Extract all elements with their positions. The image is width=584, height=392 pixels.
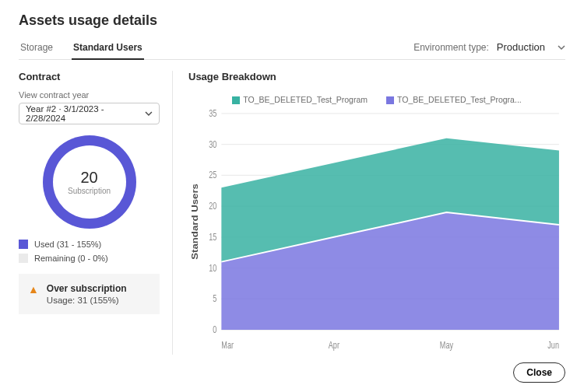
subscription-count: 20 [80, 169, 97, 187]
close-button[interactable]: Close [513, 362, 565, 383]
svg-text:15: 15 [209, 232, 216, 243]
series-b-label: TO_BE_DELETED_Test_Progra... [397, 95, 522, 104]
svg-text:5: 5 [213, 293, 216, 304]
svg-text:20: 20 [209, 201, 216, 212]
alert-title: Over subscription [47, 283, 127, 294]
contract-heading: Contract [19, 71, 160, 82]
svg-text:25: 25 [209, 170, 216, 180]
environment-type[interactable]: Environment type: Production [161, 41, 565, 59]
tab-standard-users[interactable]: Standard Users [72, 42, 144, 59]
warning-icon: ▲ [28, 284, 39, 305]
environment-type-value: Production [497, 41, 545, 53]
chevron-down-icon [145, 110, 153, 117]
remaining-swatch [19, 254, 28, 263]
over-subscription-alert: ▲ Over subscription Usage: 31 (155%) [19, 274, 160, 314]
usage-breakdown-panel: Usage Breakdown TO_BE_DELETED_Test_Progr… [188, 71, 565, 355]
subscription-label: Subscription [68, 187, 111, 195]
environment-type-label: Environment type: [413, 42, 489, 53]
svg-text:May: May [440, 340, 454, 351]
alert-detail: Usage: 31 (155%) [47, 296, 127, 305]
svg-text:10: 10 [209, 262, 216, 273]
breakdown-heading: Usage Breakdown [188, 71, 565, 82]
subscription-donut: 20 Subscription [43, 135, 136, 229]
svg-text:Apr: Apr [329, 340, 340, 351]
usage-chart: 05101520253035MarAprMayJunStandard Users [188, 107, 565, 355]
svg-text:Standard Users: Standard Users [191, 184, 199, 260]
remaining-label: Remaining (0 - 0%) [34, 254, 108, 263]
svg-text:0: 0 [213, 324, 216, 335]
contract-panel: Contract View contract year Year #2 · 3/… [19, 71, 173, 355]
svg-text:Mar: Mar [221, 340, 234, 351]
page-title: Assets usage details [19, 12, 565, 29]
svg-text:35: 35 [209, 108, 216, 119]
svg-text:30: 30 [209, 139, 216, 150]
contract-year-value: Year #2 · 3/1/2023 - 2/28/2024 [26, 104, 145, 123]
series-a-label: TO_BE_DELETED_Test_Program [243, 95, 368, 104]
contract-year-label: View contract year [19, 90, 160, 100]
contract-year-select[interactable]: Year #2 · 3/1/2023 - 2/28/2024 [19, 103, 160, 124]
legend-series-a: TO_BE_DELETED_Test_Program [232, 95, 368, 104]
tabs: Storage Standard Users Environment type:… [19, 37, 565, 60]
chart-legend: TO_BE_DELETED_Test_Program TO_BE_DELETED… [188, 95, 565, 104]
chevron-down-icon [558, 44, 565, 51]
legend-remaining: Remaining (0 - 0%) [19, 254, 160, 263]
series-a-swatch [232, 96, 240, 104]
used-swatch [19, 240, 28, 249]
series-b-swatch [386, 96, 394, 104]
legend-series-b: TO_BE_DELETED_Test_Progra... [386, 95, 522, 104]
legend-used: Used (31 - 155%) [19, 240, 160, 249]
used-label: Used (31 - 155%) [34, 240, 101, 249]
tab-storage[interactable]: Storage [19, 42, 55, 59]
svg-text:Jun: Jun [547, 340, 559, 351]
